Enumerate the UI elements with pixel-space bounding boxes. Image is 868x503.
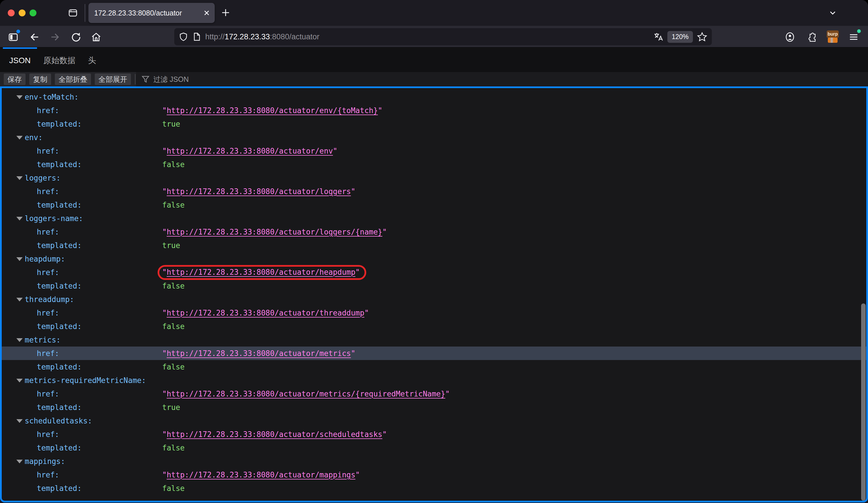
firefox-view-icon[interactable] bbox=[68, 8, 78, 18]
json-boolean-value: false bbox=[162, 484, 185, 493]
titlebar-separator bbox=[85, 4, 85, 22]
json-templated-row[interactable]: templated:false bbox=[2, 320, 866, 333]
forward-button[interactable] bbox=[49, 31, 61, 43]
sidebar-toggle-icon[interactable] bbox=[7, 31, 20, 43]
json-group-row[interactable]: scheduledtasks: bbox=[2, 414, 866, 428]
toolbar-separator bbox=[135, 74, 135, 84]
json-templated-row[interactable]: templated:false bbox=[2, 198, 866, 212]
minimize-window-button[interactable] bbox=[19, 10, 25, 17]
json-templated-row[interactable]: templated:false bbox=[2, 279, 866, 292]
json-group-row[interactable]: env: bbox=[2, 131, 866, 144]
json-content-panel[interactable]: env-toMatch:href:"http://172.28.23.33:80… bbox=[0, 86, 868, 502]
json-key: templated: bbox=[37, 160, 82, 169]
json-key: templated: bbox=[37, 444, 82, 452]
quote: " bbox=[378, 106, 382, 115]
json-link[interactable]: http://172.28.23.33:8080/actuator/logger… bbox=[167, 187, 351, 196]
collapse-arrow-icon[interactable] bbox=[17, 460, 23, 463]
collapse-arrow-icon[interactable] bbox=[17, 217, 23, 220]
tab-json[interactable]: JSON bbox=[3, 48, 37, 72]
collapse-arrow-icon[interactable] bbox=[17, 257, 23, 261]
json-templated-row[interactable]: templated:false bbox=[2, 158, 866, 171]
json-group-row[interactable]: metrics-requiredMetricName: bbox=[2, 373, 866, 387]
collapse-arrow-icon[interactable] bbox=[17, 379, 23, 382]
json-key: mappings: bbox=[25, 457, 65, 466]
filter-json-input[interactable] bbox=[153, 75, 326, 83]
burp-extension-icon[interactable]: burp bbox=[826, 31, 839, 43]
json-boolean-value: false bbox=[162, 322, 185, 331]
browser-tab[interactable]: 172.28.23.33:8080/actuator bbox=[89, 3, 215, 23]
json-href-row-selected[interactable]: href:"http://172.28.23.33:8080/actuator/… bbox=[2, 347, 866, 360]
traffic-lights bbox=[8, 10, 37, 17]
json-key: templated: bbox=[37, 241, 82, 250]
home-button[interactable] bbox=[90, 31, 103, 43]
json-link[interactable]: http://172.28.23.33:8080/actuator/schedu… bbox=[167, 430, 382, 439]
json-templated-row[interactable]: templated:false bbox=[2, 482, 866, 495]
quote: " bbox=[355, 268, 360, 276]
collapse-arrow-icon[interactable] bbox=[17, 176, 23, 180]
save-button[interactable]: 保存 bbox=[4, 73, 25, 85]
list-all-tabs-chevron-icon[interactable] bbox=[828, 8, 838, 18]
translate-icon[interactable] bbox=[654, 32, 663, 42]
json-templated-row[interactable]: templated:true bbox=[2, 117, 866, 131]
json-href-row[interactable]: href:"http://172.28.23.33:8080/actuator/… bbox=[2, 306, 866, 320]
json-templated-row[interactable]: templated:true bbox=[2, 238, 866, 252]
collapse-all-button[interactable]: 全部折叠 bbox=[55, 73, 91, 85]
json-href-row[interactable]: href:"http://172.28.23.33:8080/actuator/… bbox=[2, 428, 866, 441]
back-button[interactable] bbox=[28, 31, 41, 43]
json-group-row[interactable]: env-toMatch: bbox=[2, 90, 866, 104]
menu-notification-dot bbox=[857, 29, 861, 33]
json-templated-row[interactable]: templated:true bbox=[2, 400, 866, 414]
json-link[interactable]: http://172.28.23.33:8080/actuator/metric… bbox=[167, 349, 351, 358]
zoom-level-badge[interactable]: 120% bbox=[668, 31, 693, 43]
json-group-row[interactable]: mappings: bbox=[2, 454, 866, 468]
collapse-arrow-icon[interactable] bbox=[17, 95, 23, 99]
json-link[interactable]: http://172.28.23.33:8080/actuator/heapdu… bbox=[167, 268, 355, 276]
extensions-puzzle-icon[interactable] bbox=[805, 31, 818, 43]
json-link[interactable]: http://172.28.23.33:8080/actuator/env/{t… bbox=[167, 106, 378, 115]
collapse-arrow-icon[interactable] bbox=[17, 419, 23, 423]
json-group-row[interactable]: loggers: bbox=[2, 171, 866, 185]
menu-hamburger-icon[interactable] bbox=[847, 31, 860, 43]
json-href-row[interactable]: href:"http://172.28.23.33:8080/actuator/… bbox=[2, 225, 866, 238]
json-link[interactable]: http://172.28.23.33:8080/actuator/logger… bbox=[167, 228, 382, 236]
reload-button[interactable] bbox=[70, 31, 82, 43]
bookmark-star-icon[interactable] bbox=[697, 32, 707, 42]
json-href-row[interactable]: href:"http://172.28.23.33:8080/actuator/… bbox=[2, 266, 866, 279]
json-href-row[interactable]: href:"http://172.28.23.33:8080/actuator/… bbox=[2, 104, 866, 117]
tab-raw-data[interactable]: 原始数据 bbox=[37, 48, 82, 72]
copy-button[interactable]: 复制 bbox=[29, 73, 51, 85]
fullscreen-window-button[interactable] bbox=[30, 10, 37, 17]
json-group-row[interactable]: threaddump: bbox=[2, 292, 866, 306]
json-group-row[interactable]: heapdump: bbox=[2, 252, 866, 266]
json-link[interactable]: http://172.28.23.33:8080/actuator/thread… bbox=[167, 309, 364, 317]
collapse-arrow-icon[interactable] bbox=[17, 298, 23, 301]
tab-close-icon[interactable] bbox=[203, 10, 210, 17]
json-href-row[interactable]: href:"http://172.28.23.33:8080/actuator/… bbox=[2, 185, 866, 198]
json-templated-row[interactable]: templated:false bbox=[2, 360, 866, 373]
titlebar: 172.28.23.33:8080/actuator bbox=[0, 0, 868, 26]
page-info-icon[interactable] bbox=[192, 32, 201, 41]
tab-headers[interactable]: 头 bbox=[82, 48, 103, 72]
json-href-row[interactable]: href:"http://172.28.23.33:8080/actuator/… bbox=[2, 387, 866, 400]
account-icon[interactable] bbox=[784, 31, 796, 43]
json-group-row[interactable]: metrics: bbox=[2, 333, 866, 347]
json-key: templated: bbox=[37, 362, 82, 371]
vertical-scrollbar[interactable] bbox=[861, 304, 866, 501]
json-templated-row[interactable]: templated:false bbox=[2, 441, 866, 454]
json-link[interactable]: http://172.28.23.33:8080/actuator/env bbox=[167, 147, 333, 155]
json-href-row[interactable]: href:"http://172.28.23.33:8080/actuator/… bbox=[2, 468, 866, 482]
json-href-row[interactable]: href:"http://172.28.23.33:8080/actuator/… bbox=[2, 144, 866, 158]
quote: " bbox=[162, 228, 167, 236]
new-tab-button[interactable] bbox=[220, 8, 231, 18]
close-window-button[interactable] bbox=[8, 10, 14, 17]
json-link[interactable]: http://172.28.23.33:8080/actuator/metric… bbox=[167, 390, 445, 398]
tracking-protection-shield-icon[interactable] bbox=[179, 32, 188, 41]
json-link[interactable]: http://172.28.23.33:8080/actuator/mappin… bbox=[167, 471, 355, 479]
json-key: href: bbox=[37, 471, 59, 479]
collapse-arrow-icon[interactable] bbox=[17, 136, 23, 140]
json-key: metrics: bbox=[25, 336, 61, 344]
collapse-arrow-icon[interactable] bbox=[17, 338, 23, 342]
url-bar[interactable]: http://172.28.23.33:8080/actuator 120% bbox=[174, 28, 712, 45]
expand-all-button[interactable]: 全部展开 bbox=[95, 73, 131, 85]
json-group-row[interactable]: loggers-name: bbox=[2, 212, 866, 225]
